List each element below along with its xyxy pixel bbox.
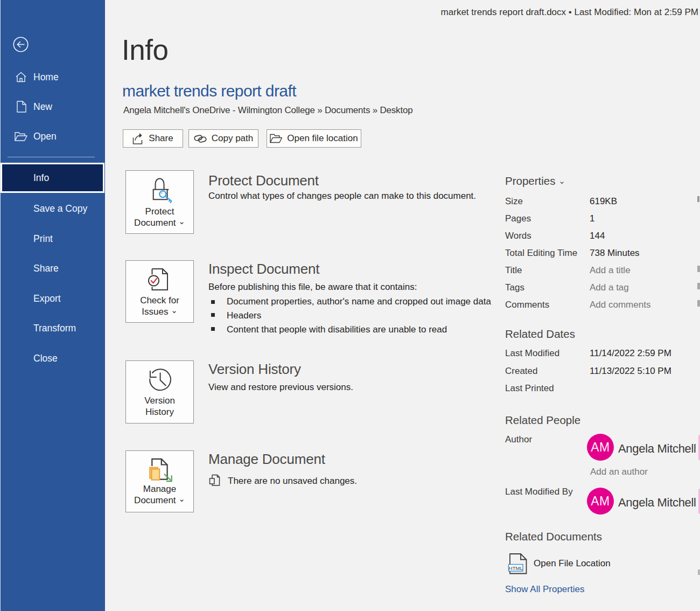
svg-text:HTML: HTML <box>509 565 523 571</box>
